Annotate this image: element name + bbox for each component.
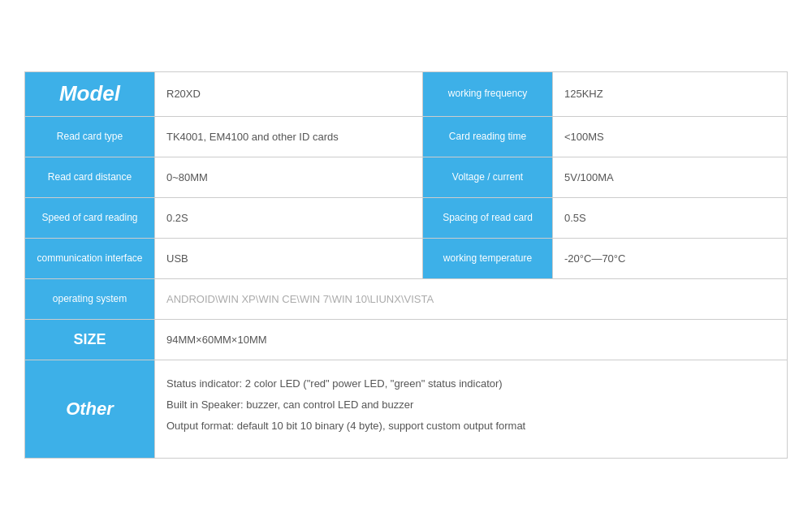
right-label: working temperature: [423, 239, 553, 278]
table-row: Other Status indicator: 2 color LED ("re…: [25, 360, 787, 458]
other-label: Other: [25, 360, 155, 458]
other-line: Built in Speaker: buzzer, can control LE…: [166, 394, 413, 416]
single-label: operating system: [25, 279, 155, 319]
table-row: communication interface USB working temp…: [25, 239, 787, 279]
table-row: SIZE 94MM×60MM×10MM: [25, 320, 787, 360]
freq-value: 125KHZ: [553, 72, 787, 116]
other-value: Status indicator: 2 color LED ("red" pow…: [155, 360, 787, 458]
left-value: 0.2S: [155, 198, 423, 238]
model-value: R20XD: [155, 72, 423, 116]
left-value: USB: [155, 239, 423, 278]
table-row: Model R20XD working frequency 125KHZ: [25, 72, 787, 117]
right-label: Card reading time: [423, 117, 553, 157]
right-label: Voltage / current: [423, 157, 553, 197]
left-label: Speed of card reading: [25, 198, 155, 238]
left-value: TK4001, EM4100 and other ID cards: [155, 117, 423, 157]
size-value: 94MM×60MM×10MM: [155, 320, 787, 360]
other-line: Output format: default 10 bit 10 binary …: [166, 416, 525, 437]
left-value: 0~80MM: [155, 157, 423, 197]
other-line: Status indicator: 2 color LED ("red" pow…: [166, 373, 503, 394]
right-value: 0.5S: [553, 198, 787, 238]
right-value: 5V/100MA: [553, 157, 787, 197]
table-row: Read card distance 0~80MM Voltage / curr…: [25, 157, 787, 198]
left-label: communication interface: [25, 239, 155, 278]
table-row: operating system ANDROID\WIN XP\WIN CE\W…: [25, 279, 787, 320]
table-row: Read card type TK4001, EM4100 and other …: [25, 117, 787, 157]
model-label: Model: [25, 72, 155, 116]
freq-label: working frequency: [423, 72, 553, 116]
left-label: Read card distance: [25, 157, 155, 197]
right-value: <100MS: [553, 117, 787, 157]
right-value: -20°C—70°C: [553, 239, 787, 278]
spec-table: Model R20XD working frequency 125KHZ Rea…: [24, 71, 788, 459]
single-value: ANDROID\WIN XP\WIN CE\WIN 7\WIN 10\LIUNX…: [155, 279, 787, 319]
size-label: SIZE: [25, 320, 155, 360]
left-label: Read card type: [25, 117, 155, 157]
table-row: Speed of card reading 0.2S Spacing of re…: [25, 198, 787, 239]
right-label: Spacing of read card: [423, 198, 553, 238]
